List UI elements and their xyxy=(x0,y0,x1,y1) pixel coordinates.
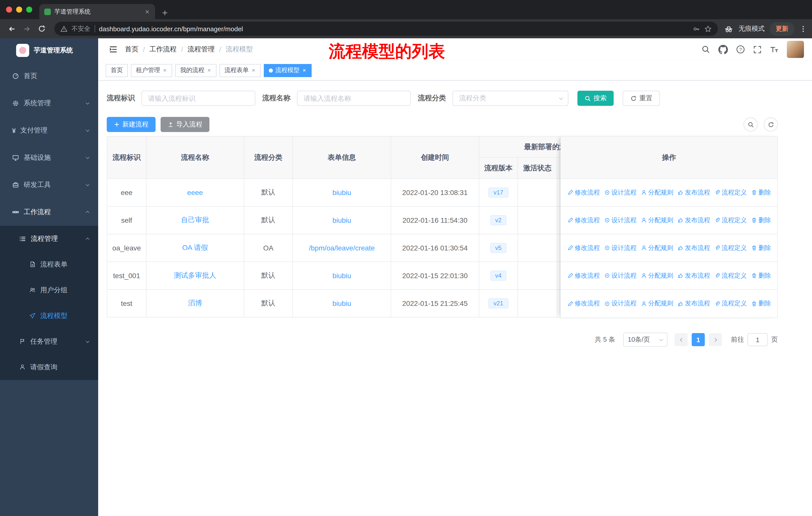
sidebar-item-workflow[interactable]: 工作流程 xyxy=(0,198,98,226)
kebab-menu-icon[interactable] xyxy=(800,25,807,32)
forward-icon[interactable] xyxy=(20,22,33,35)
process-name-link[interactable]: 测试多审批人 xyxy=(174,271,216,279)
design-process-link[interactable]: 设计流程 xyxy=(604,216,637,224)
process-definition-link[interactable]: 流程定义 xyxy=(714,216,747,224)
hamburger-icon[interactable] xyxy=(109,45,118,54)
process-definition-link[interactable]: 流程定义 xyxy=(714,299,747,308)
search-button[interactable]: 搜索 xyxy=(577,91,614,106)
sidebar-item-system[interactable]: 系统管理 xyxy=(0,90,98,117)
publish-process-link[interactable]: 发布流程 xyxy=(677,271,710,280)
design-process-link[interactable]: 设计流程 xyxy=(604,188,637,197)
bookmark-star-icon[interactable] xyxy=(704,25,712,32)
tag-close-icon[interactable] xyxy=(302,68,307,73)
process-definition-link[interactable]: 流程定义 xyxy=(714,244,747,252)
sidebar-item-dev-tools[interactable]: 研发工具 xyxy=(0,171,98,198)
sidebar-item-process-model[interactable]: 流程模型 xyxy=(0,303,98,329)
sidebar-item-home[interactable]: 首页 xyxy=(0,62,98,90)
form-info-link[interactable]: /bpm/oa/leave/create xyxy=(309,244,375,252)
refresh-table-button[interactable] xyxy=(764,117,778,132)
process-name-link[interactable]: OA 请假 xyxy=(182,243,208,251)
sidebar-item-process-form[interactable]: 流程表单 xyxy=(0,251,98,277)
assign-rule-link[interactable]: 分配规则 xyxy=(641,271,673,280)
publish-process-link[interactable]: 发布流程 xyxy=(677,244,710,252)
tag-tenant-management[interactable]: 租户管理 xyxy=(131,64,172,77)
security-label[interactable]: 不安全 xyxy=(71,24,90,33)
process-definition-link[interactable]: 流程定义 xyxy=(714,188,747,197)
assign-rule-link[interactable]: 分配规则 xyxy=(641,299,673,308)
key-icon[interactable] xyxy=(693,25,700,32)
sidebar-item-process-management[interactable]: 流程管理 xyxy=(0,226,98,251)
toggle-search-button[interactable] xyxy=(744,117,758,132)
sidebar-item-user-group[interactable]: 用户分组 xyxy=(0,277,98,303)
breadcrumb-workflow[interactable]: 工作流程 xyxy=(149,45,177,54)
design-process-link[interactable]: 设计流程 xyxy=(604,244,637,252)
url-text[interactable]: dashboard.yudao.iocoder.cn/bpm/manager/m… xyxy=(99,25,689,32)
assign-rule-link[interactable]: 分配规则 xyxy=(641,244,673,252)
form-info-link[interactable]: biubiu xyxy=(332,188,351,196)
import-process-button[interactable]: 导入流程 xyxy=(161,117,209,132)
publish-process-link[interactable]: 发布流程 xyxy=(677,188,710,197)
tag-close-icon[interactable] xyxy=(251,68,256,73)
breadcrumb-home[interactable]: 首页 xyxy=(125,45,139,54)
delete-link[interactable]: 删除 xyxy=(751,216,771,224)
publish-process-link[interactable]: 发布流程 xyxy=(677,299,710,308)
design-process-link[interactable]: 设计流程 xyxy=(604,271,637,280)
reload-icon[interactable] xyxy=(35,22,48,35)
fullscreen-icon[interactable] xyxy=(753,45,762,54)
zoom-window-button[interactable] xyxy=(26,6,32,12)
process-name-link[interactable]: eeee xyxy=(187,188,203,196)
delete-link[interactable]: 删除 xyxy=(751,244,771,252)
reset-button[interactable]: 重置 xyxy=(623,91,660,106)
design-process-link[interactable]: 设计流程 xyxy=(604,299,637,308)
form-info-link[interactable]: biubiu xyxy=(332,272,351,280)
edit-process-link[interactable]: 修改流程 xyxy=(567,216,600,224)
help-icon[interactable]: ? xyxy=(736,45,745,54)
minimize-window-button[interactable] xyxy=(16,6,22,12)
user-avatar[interactable] xyxy=(787,41,804,58)
assign-rule-link[interactable]: 分配规则 xyxy=(641,216,673,224)
page-number-1[interactable]: 1 xyxy=(692,333,705,346)
sidebar-item-leave-query[interactable]: 请假查询 xyxy=(0,354,98,380)
edit-process-link[interactable]: 修改流程 xyxy=(567,299,600,308)
sidebar-item-payment[interactable]: ¥ 支付管理 xyxy=(0,117,98,144)
form-info-link[interactable]: biubiu xyxy=(332,299,351,307)
assign-rule-link[interactable]: 分配规则 xyxy=(641,188,673,197)
font-size-icon[interactable] xyxy=(770,45,779,54)
breadcrumb-process-management[interactable]: 流程管理 xyxy=(187,45,215,54)
search-icon[interactable] xyxy=(701,45,710,54)
sidebar-item-task-management[interactable]: 任务管理 xyxy=(0,329,98,354)
close-window-button[interactable] xyxy=(6,6,12,12)
github-icon[interactable] xyxy=(718,45,728,54)
process-name-input[interactable] xyxy=(297,91,411,106)
next-page-button[interactable] xyxy=(709,333,722,346)
tag-process-model[interactable]: 流程模型 xyxy=(264,64,312,77)
prev-page-button[interactable] xyxy=(674,333,688,346)
sidebar-item-infrastructure[interactable]: 基础设施 xyxy=(0,144,98,171)
process-category-select[interactable]: 流程分类 xyxy=(453,91,568,106)
new-tab-button[interactable] xyxy=(161,9,169,17)
tag-home[interactable]: 首页 xyxy=(106,64,128,77)
tag-my-process[interactable]: 我的流程 xyxy=(175,64,216,77)
tab-close-icon[interactable] xyxy=(144,9,150,15)
delete-link[interactable]: 删除 xyxy=(751,271,771,280)
edit-process-link[interactable]: 修改流程 xyxy=(567,188,600,197)
process-name-link[interactable]: 自己审批 xyxy=(181,216,209,224)
browser-update-button[interactable]: 更新 xyxy=(770,22,794,35)
delete-link[interactable]: 删除 xyxy=(751,188,771,197)
goto-page-input[interactable] xyxy=(748,333,768,346)
publish-process-link[interactable]: 发布流程 xyxy=(677,216,710,224)
tag-close-icon[interactable] xyxy=(163,68,167,73)
tag-close-icon[interactable] xyxy=(207,68,211,73)
delete-link[interactable]: 删除 xyxy=(751,299,771,308)
create-process-button[interactable]: 新建流程 xyxy=(107,117,155,132)
browser-tab[interactable]: 芋道管理系统 xyxy=(39,4,155,19)
process-definition-link[interactable]: 流程定义 xyxy=(714,271,747,280)
tag-process-form[interactable]: 流程表单 xyxy=(220,64,261,77)
address-bar[interactable]: 不安全 dashboard.yudao.iocoder.cn/bpm/manag… xyxy=(54,22,718,36)
form-info-link[interactable]: biubiu xyxy=(332,216,351,224)
page-size-select[interactable]: 10条/页 xyxy=(623,332,668,347)
edit-process-link[interactable]: 修改流程 xyxy=(567,244,600,252)
edit-process-link[interactable]: 修改流程 xyxy=(567,271,600,280)
back-icon[interactable] xyxy=(5,22,18,35)
process-name-link[interactable]: 滔博 xyxy=(188,299,202,307)
